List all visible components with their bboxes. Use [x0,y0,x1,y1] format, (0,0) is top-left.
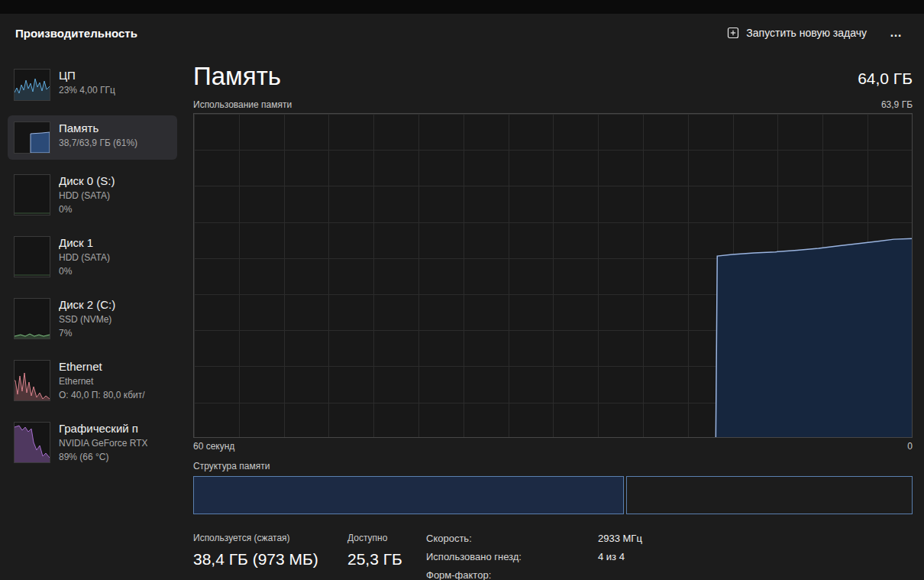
sidebar-disk0-title: Диск 0 (S:) [59,174,115,187]
memory-usage-chart[interactable] [193,113,913,438]
stat-in-use-value: 38,4 ГБ (973 МБ) [193,550,347,569]
sidebar-disk2-sub1: SSD (NVMe) [59,314,115,325]
memory-page-title: Память [193,63,281,90]
disk1-mini-chart [14,236,50,277]
disk2-mini-chart [14,298,50,339]
stat-available: Доступно 25,3 ГБ [347,533,426,569]
memory-total-capacity: 64,0 ГБ [858,70,913,90]
sidebar-item-disk0[interactable]: Диск 0 (S:) HDD (SATA) 0% [8,168,177,222]
stat-in-use-label: Используется (сжатая) [193,533,347,543]
sidebar-disk1-sub1: HDD (SATA) [59,252,110,263]
sidebar-cpu-sub: 23% 4,00 ГГц [59,85,115,96]
memory-usage-graph [194,114,912,437]
sidebar-gpu-sub1: NVIDIA GeForce RTX [59,438,147,449]
memory-mini-chart [14,122,50,154]
sidebar-ethernet-title: Ethernet [59,360,145,373]
stat-available-label: Доступно [347,533,426,543]
sidebar-item-gpu[interactable]: Графический п NVIDIA GeForce RTX 89% (66… [8,416,177,469]
sidebar-memory-sub: 38,7/63,9 ГБ (61%) [59,138,137,148]
sidebar-gpu-title: Графический п [59,422,147,435]
memory-composition-bar [193,476,913,514]
memory-detail-pane: Память 64,0 ГБ Использование памяти 63,9… [183,52,924,580]
run-new-task-icon [727,27,739,39]
gpu-mini-chart [14,422,50,463]
memory-composition-label: Структура памяти [193,461,913,471]
x-axis-right-label: 0 [907,441,913,452]
stat-in-use: Используется (сжатая) 38,4 ГБ (973 МБ) [193,533,347,569]
x-axis-left-label: 60 секунд [193,441,234,452]
sidebar-item-disk2[interactable]: Диск 2 (C:) SSD (NVMe) 7% [8,292,177,345]
sidebar-item-cpu[interactable]: ЦП 23% 4,00 ГГц [8,63,177,107]
memory-usage-fill [716,239,912,438]
detail-speed-value: 2933 МГц [598,533,642,544]
memory-available-segment [626,476,913,514]
cpu-mini-chart [14,69,50,101]
usage-chart-max-label: 63,9 ГБ [881,99,913,110]
stat-available-value: 25,3 ГБ [347,550,426,569]
run-new-task-label: Запустить новую задачу [746,27,867,39]
memory-hardware-details: Скорость: 2933 МГц Использовано гнезд: 4… [426,533,642,580]
usage-chart-label: Использование памяти [193,99,292,110]
detail-row-form-factor: Форм-фактор: [426,569,642,580]
detail-slots-label: Использовано гнезд: [426,551,598,562]
detail-slots-value: 4 из 4 [598,551,625,562]
ethernet-mini-chart [14,360,50,401]
sidebar-disk1-sub2: 0% [59,266,110,277]
sidebar-disk0-sub1: HDD (SATA) [59,190,115,201]
sidebar-disk0-sub2: 0% [59,204,115,215]
sidebar-item-disk1[interactable]: Диск 1 HDD (SATA) 0% [8,230,177,284]
disk0-mini-chart [14,174,50,215]
detail-row-speed: Скорость: 2933 МГц [426,533,642,544]
sidebar-disk2-sub2: 7% [59,328,115,339]
run-new-task-button[interactable]: Запустить новую задачу [719,21,874,44]
detail-form-factor-label: Форм-фактор: [426,569,598,580]
sidebar-gpu-sub2: 89% (66 °C) [59,452,147,462]
sidebar-memory-title: Память [59,122,137,134]
sidebar-ethernet-sub1: Ethernet [59,376,145,387]
sidebar-item-ethernet[interactable]: Ethernet Ethernet О: 40,0 П: 80,0 кбит/ [8,354,177,407]
performance-header: Производительность Запустить новую задач… [0,14,924,52]
sidebar-disk2-title: Диск 2 (C:) [59,298,115,311]
memory-in-use-segment [193,476,624,514]
more-options-button[interactable]: … [882,23,910,43]
sidebar-cpu-title: ЦП [59,69,115,82]
sidebar-disk1-title: Диск 1 [59,236,110,249]
detail-row-slots: Использовано гнезд: 4 из 4 [426,551,642,562]
window-titlebar [0,0,924,14]
sidebar-item-memory[interactable]: Память 38,7/63,9 ГБ (61%) [8,115,177,160]
performance-sidebar: ЦП 23% 4,00 ГГц Память 38,7/63,9 ГБ (61%… [0,52,183,580]
page-title: Производительность [15,27,137,40]
detail-speed-label: Скорость: [426,533,598,544]
sidebar-ethernet-sub2: О: 40,0 П: 80,0 кбит/ [59,390,145,400]
